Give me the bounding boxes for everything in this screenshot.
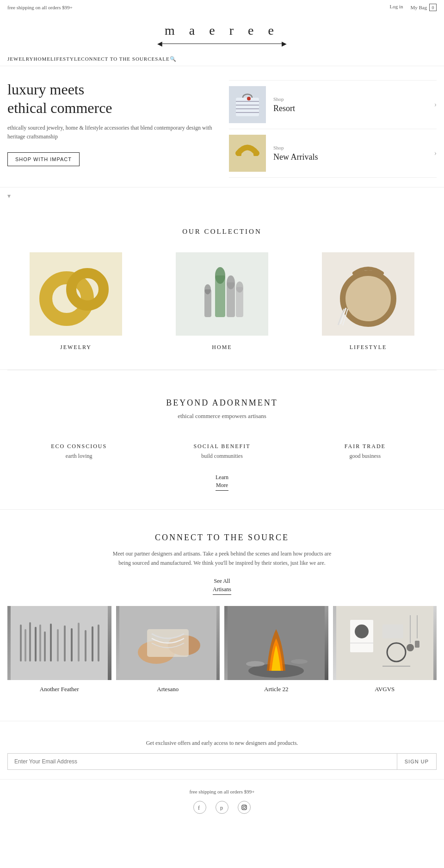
svg-rect-36	[92, 626, 93, 662]
bag-count: 0	[429, 4, 437, 11]
fair-trade-desc: good business	[294, 453, 437, 460]
svg-rect-28	[39, 624, 41, 662]
svg-point-5	[247, 97, 251, 100]
search-icon[interactable]: 🔍	[170, 56, 177, 62]
svg-rect-37	[98, 624, 99, 662]
svg-point-44	[246, 661, 265, 667]
svg-rect-31	[57, 629, 59, 662]
avgvs-image	[333, 606, 437, 680]
article22-image	[224, 606, 328, 680]
arrivals-shop-text: Shop New Arrivals	[273, 145, 431, 162]
logo-text[interactable]: m a e r e e	[165, 23, 279, 38]
svg-text:f: f	[198, 805, 200, 811]
article22-name: Article 22	[264, 686, 288, 693]
arrow-line	[162, 44, 282, 44]
jewelry-image	[30, 252, 122, 336]
beyond-fair-trade: FAIR TRADE good business	[294, 443, 437, 460]
collection-lifestyle[interactable]: LIFESTYLE	[300, 252, 437, 351]
arrivals-chevron-icon: ›	[434, 149, 437, 157]
svg-rect-6	[237, 152, 241, 156]
svg-rect-26	[29, 622, 31, 662]
logo-arrow: ◀ ▶	[157, 40, 287, 48]
nav-home[interactable]: HOME	[34, 56, 50, 62]
login-link[interactable]: Log in	[389, 4, 403, 11]
svg-text:p: p	[220, 805, 223, 811]
learn-more-button[interactable]: LearnMore	[216, 474, 228, 491]
resort-chevron-icon: ›	[434, 100, 437, 109]
artesano-image	[116, 606, 220, 680]
beyond-eco: ECO CONSCIOUS earth loving	[7, 443, 150, 460]
hero-title: luxury meetsethical commerce	[7, 80, 215, 117]
see-all-artisans-button[interactable]: See AllArtisans	[213, 577, 231, 595]
beyond-subtitle: ethical commerce empowers artisans	[7, 412, 437, 420]
svg-point-45	[291, 659, 308, 664]
hero-description: ethically sourced jewelry, home & lifest…	[7, 124, 215, 141]
shop-resort-item[interactable]: Shop Resort ›	[229, 80, 437, 129]
artisan-artesano[interactable]: Artesano	[116, 606, 220, 693]
connect-section: CONNECT TO THE SOURCE Meet our partner d…	[0, 510, 444, 721]
svg-rect-0	[236, 98, 259, 116]
fair-trade-title: FAIR TRADE	[294, 443, 437, 450]
shipping-banner: free shipping on all orders $99+	[7, 5, 73, 10]
nav-connect[interactable]: CONNECT TO THE SOURCE	[81, 56, 155, 62]
nav-sale[interactable]: SALE	[155, 56, 170, 62]
nav-lifestyle[interactable]: LIFESTYLE	[50, 56, 81, 62]
top-bar-right: Log in My Bag 0	[389, 4, 437, 11]
artisans-grid: Another Feather Artesano	[7, 606, 437, 693]
svg-point-54	[407, 644, 414, 651]
svg-rect-24	[20, 624, 22, 662]
nav-jewelry[interactable]: JEWELRY	[7, 56, 34, 62]
social-title: SOCIAL BENEFIT	[150, 443, 293, 450]
home-image	[176, 252, 268, 336]
logo-section: m a e r e e ◀ ▶	[0, 15, 444, 52]
artesano-name: Artesano	[157, 686, 179, 693]
lifestyle-label: LIFESTYLE	[350, 344, 387, 351]
bag-link[interactable]: My Bag 0	[411, 4, 437, 11]
shop-new-arrivals-item[interactable]: Shop New Arrivals ›	[229, 129, 437, 178]
svg-rect-34	[78, 623, 80, 662]
svg-rect-30	[50, 624, 52, 662]
artisan-article22[interactable]: Article 22	[224, 606, 328, 693]
collection-home[interactable]: HOME	[154, 252, 290, 351]
svg-rect-29	[44, 631, 46, 662]
svg-rect-7	[253, 152, 258, 156]
svg-rect-25	[25, 629, 26, 662]
home-label: HOME	[212, 344, 232, 351]
svg-point-11	[215, 267, 225, 284]
collection-jewelry[interactable]: JEWELRY	[7, 252, 144, 351]
artisan-another-feather[interactable]: Another Feather	[7, 606, 111, 693]
email-row: SIGN UP	[7, 753, 437, 770]
email-input[interactable]	[7, 753, 397, 770]
artisan-avgvs[interactable]: AVGVS	[333, 606, 437, 693]
scroll-down-indicator: ▾	[0, 187, 444, 205]
instagram-icon[interactable]	[238, 801, 251, 814]
pinterest-icon[interactable]: p	[216, 801, 228, 814]
jewelry-label: JEWELRY	[60, 344, 92, 351]
another-feather-image	[7, 606, 111, 680]
svg-rect-27	[35, 627, 37, 662]
svg-point-60	[243, 806, 246, 809]
svg-rect-32	[64, 625, 66, 662]
hero-section: luxury meetsethical commerce ethically s…	[0, 66, 444, 187]
arrow-right-icon: ▶	[282, 40, 287, 48]
lifestyle-image	[322, 252, 414, 336]
signup-button[interactable]: SIGN UP	[397, 753, 437, 770]
email-signup-section: Get exclusive offers and early access to…	[0, 721, 444, 780]
hero-right: Shop Resort › Shop New Arrivals ›	[229, 80, 437, 178]
facebook-icon[interactable]: f	[193, 801, 206, 814]
social-icons: f p	[7, 801, 437, 814]
svg-point-17	[204, 284, 211, 294]
svg-point-13	[227, 275, 235, 289]
beyond-grid: ECO CONSCIOUS earth loving SOCIAL BENEFI…	[7, 443, 437, 460]
beyond-social: SOCIAL BENEFIT build communities	[150, 443, 293, 460]
svg-point-61	[245, 806, 246, 807]
connect-description: Meet our partner designers and artisans.…	[106, 549, 338, 568]
resort-image	[229, 86, 266, 123]
beyond-title: BEYOND ADORNMENT	[7, 398, 437, 408]
svg-rect-33	[71, 628, 73, 662]
svg-rect-56	[415, 641, 419, 648]
eco-title: ECO CONSCIOUS	[7, 443, 150, 450]
footer: free shipping on all orders $99+ f p	[0, 780, 444, 823]
connect-title: CONNECT TO THE SOURCE	[7, 533, 437, 543]
shop-with-impact-button[interactable]: SHOP WITH IMPACT	[7, 152, 80, 166]
